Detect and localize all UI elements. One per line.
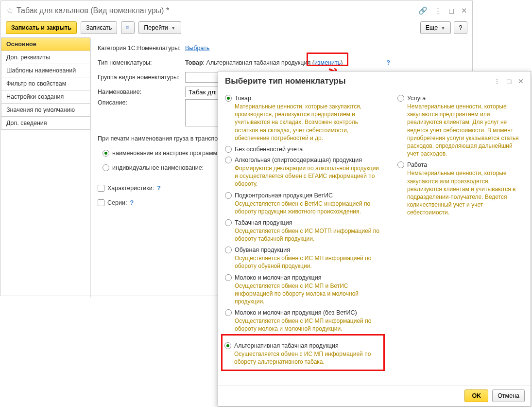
list-button[interactable] (121, 21, 135, 34)
help-button[interactable]: ? (454, 21, 467, 34)
desc-label: Описание: (98, 99, 185, 106)
right-column: Услуга Нематериальные ценности, которые … (397, 91, 524, 382)
more-label: Еще (426, 24, 438, 31)
radio-no-features[interactable] (225, 146, 232, 153)
alt-tobacco-label: Альтернативная табачная продукция (234, 342, 339, 349)
sidebar-item-props[interactable]: Доп. реквизиты (1, 51, 90, 64)
chevron-down-icon: ▼ (171, 25, 176, 31)
window-title: Табак для кальянов (Вид номенклатуры) * (17, 6, 169, 15)
alt-tobacco-desc: Осуществляется обмен с ИС МП информацией… (234, 350, 381, 366)
sidebar-item-creation[interactable]: Настройки создания (1, 90, 90, 104)
list-icon (126, 24, 129, 31)
radio-rabota[interactable] (397, 161, 404, 168)
radio-tovar[interactable] (225, 95, 232, 102)
characteristics-label: Характеристики: (107, 185, 154, 192)
sidebar: Основное Доп. реквизиты Шаблоны наименов… (1, 38, 91, 298)
milk-novetis-desc: Осуществляется обмен с ИС МП информацией… (235, 317, 383, 333)
sidebar-item-main[interactable]: Основное (1, 37, 90, 51)
radio-individual-name-label: индивидуальное наименование: (112, 164, 204, 171)
name-label: Наименование: (98, 88, 185, 95)
save-close-button[interactable]: Записать и закрыть (6, 21, 77, 34)
maximize-icon[interactable]: ◻ (506, 77, 512, 85)
tobacco-desc: Осуществляется обмен с ИС МОТП информаци… (235, 227, 383, 243)
goto-label: Перейти (144, 24, 168, 31)
milk-label: Молоко и молочная продукция (235, 274, 321, 281)
group-input[interactable] (185, 72, 219, 83)
name-input[interactable] (185, 87, 219, 97)
milk-novetis-label: Молоко и молочная продукция (без ВетИС) (235, 309, 357, 316)
sidebar-item-defaults[interactable]: Значения по умолчанию (1, 103, 90, 117)
close-icon[interactable]: ✕ (518, 77, 524, 85)
left-column: Товар Материальные ценности, которые зак… (225, 91, 383, 382)
shoes-desc: Осуществляется обмен с ИС МП информацией… (235, 254, 383, 270)
chevron-down-icon: ▼ (441, 25, 446, 31)
more-button[interactable]: Еще▼ (420, 21, 451, 34)
radio-milk[interactable] (225, 274, 232, 281)
checkbox-characteristics[interactable] (98, 185, 104, 192)
category-label: Категория 1С:Номенклатуры: (98, 45, 185, 52)
tobacco-label: Табачная продукция (235, 219, 292, 226)
alcohol-desc: Формируются декларации по алкогольной пр… (235, 164, 383, 188)
window-header: ☆ Табак для кальянов (Вид номенклатуры) … (1, 1, 472, 18)
type-label: Тип номенклатуры: (98, 59, 185, 66)
alcohol-label: Алкогольная (спиртосодержащая) продукция (235, 157, 362, 163)
desc-input[interactable] (185, 99, 219, 126)
group-label: Группа видов номенклатуры: (98, 74, 185, 81)
rabota-desc: Нематериальные ценности, которые закупаю… (407, 169, 524, 216)
tovar-desc: Материальные ценности, которые закупаютс… (235, 103, 383, 142)
maximize-icon[interactable]: ◻ (448, 6, 454, 15)
category-select-link[interactable]: Выбрать (185, 45, 209, 52)
checkbox-series[interactable] (98, 199, 104, 206)
type-change-link[interactable]: изменить (314, 59, 341, 66)
no-features-label: Без особенностей учета (235, 146, 303, 153)
series-hint[interactable]: ? (130, 199, 134, 206)
close-icon[interactable]: ✕ (461, 6, 467, 15)
type-value: Товар: Альтернативная табачная продукция… (185, 59, 343, 66)
kebab-icon[interactable]: ⋮ (434, 6, 442, 15)
vetis-desc: Осуществляется обмен с ВетИС информацией… (235, 200, 383, 215)
toolbar: Записать и закрыть Записать Перейти▼ Еще… (1, 18, 472, 38)
goto-button[interactable]: Перейти▼ (138, 21, 181, 34)
radio-usluga[interactable] (397, 95, 404, 102)
rabota-label: Работа (407, 161, 427, 168)
type-selector-popup: Выберите тип номенклатуры ⋮ ◻ ✕ Товар Ма… (218, 71, 531, 407)
shoes-label: Обувная продукция (235, 247, 290, 253)
sidebar-item-info[interactable]: Доп. сведения (1, 116, 90, 130)
sidebar-item-templates[interactable]: Шаблоны наименований (1, 64, 90, 77)
radio-program-name[interactable] (103, 150, 109, 157)
radio-alcohol[interactable] (225, 157, 232, 163)
link-icon[interactable]: 🔗 (418, 6, 428, 15)
print-label: При печати наименования груза в транспо (98, 135, 218, 142)
radio-alt-tobacco[interactable] (224, 342, 231, 349)
usluga-desc: Нематериальные ценности, которые закупаю… (407, 103, 524, 158)
sidebar-item-filter[interactable]: Фильтр по свойствам (1, 77, 90, 90)
favorite-star-icon[interactable]: ☆ (6, 5, 14, 16)
characteristics-hint[interactable]: ? (157, 185, 161, 192)
radio-tobacco[interactable] (225, 219, 232, 226)
radio-tovar-label: Товар (235, 95, 251, 102)
ok-button[interactable]: OK (464, 389, 488, 402)
radio-individual-name[interactable] (103, 164, 109, 171)
radio-vetis[interactable] (225, 192, 232, 199)
kebab-icon[interactable]: ⋮ (494, 77, 500, 85)
usluga-label: Услуга (407, 95, 426, 102)
highlight-alt-tobacco: Альтернативная табачная продукция Осущес… (221, 334, 385, 371)
radio-shoes[interactable] (225, 247, 232, 253)
radio-program-name-label: наименование из настроек программы (112, 150, 222, 157)
type-hint[interactable]: ? (386, 59, 390, 66)
cancel-button[interactable]: Отмена (492, 389, 525, 402)
milk-desc: Осуществляется обмен с ИС МП и ВетИС инф… (235, 282, 383, 306)
radio-milk-novetis[interactable] (225, 309, 232, 316)
save-button[interactable]: Записать (81, 21, 117, 34)
series-label: Серии: (107, 199, 127, 206)
popup-title: Выберите тип номенклатуры (225, 76, 345, 86)
vetis-label: Подконтрольная продукция ВетИС (235, 192, 333, 199)
